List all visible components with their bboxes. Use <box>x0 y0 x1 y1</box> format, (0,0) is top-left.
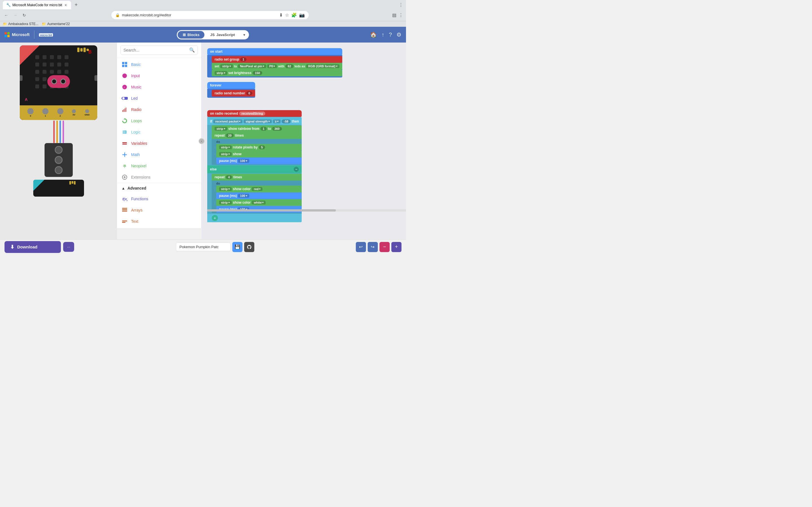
sidebar-toggle[interactable]: ▤ <box>392 12 396 18</box>
pin-1: 1 <box>42 108 49 117</box>
reload-button[interactable]: ↻ <box>21 12 28 18</box>
received-packet-dd[interactable]: received packet <box>213 119 243 123</box>
radio-send-block[interactable]: radio send number 0 <box>212 90 255 97</box>
more-options-button[interactable]: ··· <box>63 242 74 252</box>
blocks-label: Blocks <box>188 33 200 37</box>
h-scrollbar-thumb[interactable] <box>207 209 336 212</box>
tab-close-btn[interactable]: × <box>64 3 68 7</box>
signal-strength-dd[interactable]: signal strength <box>244 119 272 123</box>
strip-dd-show[interactable]: strip <box>219 152 232 156</box>
extensions-icon[interactable]: 🧩 <box>291 12 297 18</box>
github-button[interactable] <box>244 242 254 252</box>
plus-icon[interactable]: + <box>212 215 218 221</box>
svg-point-10 <box>122 97 124 100</box>
mode-dropdown-button[interactable]: ▾ <box>241 31 248 39</box>
set-brightness-block[interactable]: strip set brightness 150 <box>212 69 342 76</box>
sidebar-collapse-button[interactable]: ‹ <box>199 138 205 144</box>
strip-dropdown-1[interactable]: strip <box>220 64 233 68</box>
rotate-pixels-block[interactable]: strip rotate pixels by 5 <box>216 144 302 151</box>
pin-dropdown[interactable]: P0 <box>267 64 277 68</box>
new-tab-button[interactable]: + <box>73 2 80 8</box>
pause-val-1[interactable]: 100 <box>238 159 249 163</box>
add-else-if-btn[interactable]: + <box>212 215 302 221</box>
forward-button[interactable]: → <box>12 12 18 18</box>
color-red-dd[interactable]: red <box>252 187 262 191</box>
profile-btn[interactable]: 📷 <box>299 12 305 18</box>
javascript-mode-button[interactable]: JS JavaScript <box>205 31 240 39</box>
pause-block-2[interactable]: pause (ms) 100 <box>216 192 302 199</box>
sidebar-item-math[interactable]: Math <box>117 149 201 160</box>
sidebar-item-functions[interactable]: f(x) Functions <box>117 193 201 205</box>
pause-block-1[interactable]: pause (ms) 100 <box>216 158 302 164</box>
chrome-menu[interactable]: ⋮ <box>399 12 403 18</box>
on-radio-hat[interactable]: on radio received receivedString <box>207 110 302 117</box>
strip-show-block[interactable]: strip show <box>216 151 302 158</box>
color-white-dd[interactable]: white <box>252 201 266 205</box>
pause-val-2[interactable]: 100 <box>238 194 249 198</box>
repeat4-header[interactable]: repeat 4 times <box>212 174 302 180</box>
neopixel-label[interactable]: NeoPixel at pin <box>238 64 266 68</box>
strip-dd-red[interactable]: strip <box>219 187 232 191</box>
sidebar-item-text[interactable]: Text <box>117 216 201 227</box>
home-icon[interactable]: 🏠 <box>370 31 377 38</box>
show-color-white-block[interactable]: strip show color white <box>216 199 302 206</box>
help-icon[interactable]: ? <box>389 32 392 38</box>
else-minus-icon[interactable]: − <box>294 167 299 172</box>
undo-button[interactable]: ↩ <box>356 242 366 252</box>
advanced-section-header[interactable]: ▲ Advanced <box>117 183 201 193</box>
share-icon[interactable]: ↑ <box>382 32 384 38</box>
bookmark-2[interactable]: 📁 Aumentame'22 <box>42 22 70 26</box>
settings-icon[interactable]: ⚙ <box>396 31 402 38</box>
sidebar-item-basic[interactable]: Basic <box>117 59 201 70</box>
else-header[interactable]: else − <box>207 165 302 173</box>
gte-dd[interactable]: ≥ <box>273 119 281 123</box>
bookmark-1[interactable]: 📁 Ambaixadora STE... <box>3 22 38 26</box>
save-button[interactable]: 💾 <box>232 242 243 252</box>
left-button[interactable] <box>20 75 22 81</box>
bookmark-icon[interactable]: ☆ <box>285 12 289 18</box>
repeat-body: do strip rotate pixels by 5 <box>212 139 302 165</box>
microsoft-logo[interactable]: Microsoft <box>4 32 30 37</box>
sidebar-item-logic[interactable]: Logic <box>117 126 201 138</box>
redo-button[interactable]: ↪ <box>368 242 378 252</box>
strip-dd-rainbow[interactable]: strip <box>214 127 227 131</box>
search-input[interactable] <box>123 48 187 52</box>
menu-button[interactable]: ⋮ <box>399 2 403 8</box>
sidebar-item-loops[interactable]: Loops <box>117 115 201 126</box>
address-input[interactable]: 🔒 makecode.microbit.org/#editor ⬇ ☆ 🧩 📷 <box>111 11 309 19</box>
zoom-in-button[interactable]: + <box>391 242 402 252</box>
strip-dropdown-2[interactable]: strip <box>214 71 227 75</box>
microbit-logo[interactable]: micro:bit <box>39 32 56 38</box>
show-rainbow-block[interactable]: strip show rainbow from 1 to 360 <box>212 125 302 132</box>
show-color-red-block[interactable]: strip show color red <box>216 186 302 192</box>
download-page-icon[interactable]: ⬇ <box>279 12 283 18</box>
format-dropdown[interactable]: RGB (GRB format) <box>306 64 340 68</box>
back-button[interactable]: ← <box>3 12 10 18</box>
sidebar-item-music[interactable]: ♪ Music <box>117 81 201 93</box>
sidebar-item-radio[interactable]: Radio <box>117 104 201 115</box>
repeat-header[interactable]: repeat 20 times <box>212 132 302 139</box>
sidebar-item-extensions[interactable]: Extensions <box>117 172 201 183</box>
rotate-value: 5 <box>259 145 265 149</box>
sim-content: B A 0 1 <box>0 43 117 239</box>
zoom-out-button[interactable]: − <box>379 242 390 252</box>
loops-label: Loops <box>131 119 142 123</box>
on-start-hat[interactable]: on start <box>207 48 342 55</box>
sidebar-item-led[interactable]: Led <box>117 93 201 104</box>
radio-set-group-block[interactable]: radio set group 1 <box>212 56 342 63</box>
project-name-input[interactable] <box>176 242 231 251</box>
blocks-mode-button[interactable]: ⊞ Blocks <box>177 31 205 39</box>
forever-hat[interactable]: forever <box>207 82 255 89</box>
if-header[interactable]: if received packet signal strength ≥ -58… <box>207 118 302 125</box>
right-button[interactable] <box>94 75 97 81</box>
set-strip-block[interactable]: set strip to NeoPixel at pin P0 with 62 … <box>212 63 342 69</box>
strip-dd-rotate[interactable]: strip <box>219 145 232 149</box>
active-tab[interactable]: 🔧 Microsoft MakeCode for micro:bit × <box>3 1 71 9</box>
sidebar-item-neopixel[interactable]: Neopixel <box>117 160 201 172</box>
strip-dd-white[interactable]: strip <box>219 201 232 205</box>
download-button[interactable]: ⬇ Download <box>4 241 61 253</box>
code-canvas[interactable]: on start radio set group 1 set strip to <box>202 43 406 239</box>
sidebar-item-arrays[interactable]: Arrays <box>117 205 201 216</box>
sidebar-item-input[interactable]: Input <box>117 70 201 81</box>
sidebar-item-variables[interactable]: Variables <box>117 138 201 149</box>
